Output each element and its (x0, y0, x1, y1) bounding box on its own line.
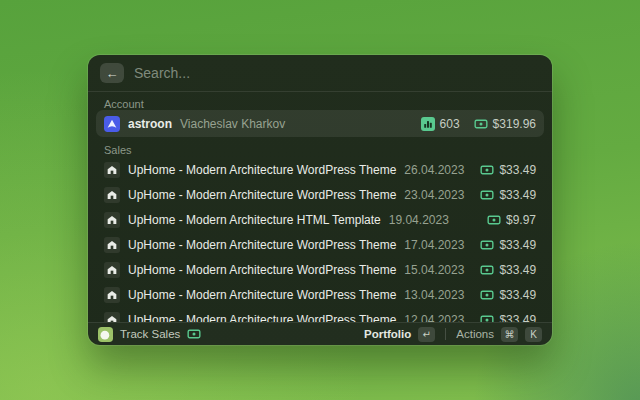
section-header-sales: Sales (88, 137, 552, 157)
product-thumbnail-icon (104, 287, 120, 303)
sale-row[interactable]: UpHome - Modern Architecture HTML Templa… (88, 207, 552, 232)
sale-row[interactable]: UpHome - Modern Architecture WordPress T… (88, 257, 552, 282)
sale-date: 17.04.2023 (404, 238, 464, 252)
cmd-key-badge: ⌘ (501, 327, 518, 342)
account-row[interactable]: astroon Viacheslav Kharkov 603 $319.96 (96, 110, 544, 137)
sale-title: UpHome - Modern Architecture HTML Templa… (128, 213, 381, 227)
sale-title: UpHome - Modern Architecture WordPress T… (128, 313, 396, 323)
product-thumbnail-icon (104, 162, 120, 178)
sale-date: 12.04.2023 (404, 313, 464, 323)
sale-title: UpHome - Modern Architecture WordPress T… (128, 238, 396, 252)
banknote-icon (474, 117, 488, 131)
actions-menu-label[interactable]: Actions (456, 328, 494, 340)
sale-date: 23.04.2023 (404, 188, 464, 202)
product-thumbnail-icon (104, 187, 120, 203)
search-input[interactable] (134, 65, 540, 81)
sales-count-stat: 603 (421, 117, 460, 131)
sale-date: 15.04.2023 (404, 263, 464, 277)
banknote-icon (480, 163, 494, 177)
footer-bar: Track Sales Portfolio ↵ Actions ⌘ K (88, 322, 552, 345)
sale-date: 26.04.2023 (404, 163, 464, 177)
sale-row[interactable]: UpHome - Modern Architecture WordPress T… (88, 157, 552, 182)
sale-date: 19.04.2023 (389, 213, 449, 227)
banknote-icon (480, 313, 494, 323)
extension-icon (98, 327, 113, 342)
enter-key-badge: ↵ (418, 327, 435, 342)
banknote-icon (480, 288, 494, 302)
bar-chart-icon (421, 117, 435, 131)
product-thumbnail-icon (104, 212, 120, 228)
footer-divider (445, 328, 446, 340)
section-header-account: Account (88, 92, 552, 110)
sale-price: $33.49 (499, 188, 536, 202)
account-owner: Viacheslav Kharkov (180, 117, 285, 131)
product-thumbnail-icon (104, 312, 120, 323)
sale-price: $9.97 (506, 213, 536, 227)
sale-price: $33.49 (499, 263, 536, 277)
sale-price: $33.49 (499, 238, 536, 252)
sale-title: UpHome - Modern Architecture WordPress T… (128, 263, 396, 277)
sale-row[interactable]: UpHome - Modern Architecture WordPress T… (88, 232, 552, 257)
banknote-icon (187, 327, 201, 341)
footer-app-name: Track Sales (120, 328, 180, 340)
sales-count-value: 603 (440, 117, 460, 131)
sale-title: UpHome - Modern Architecture WordPress T… (128, 163, 396, 177)
sale-row[interactable]: UpHome - Modern Architecture WordPress T… (88, 282, 552, 307)
sale-price: $33.49 (499, 288, 536, 302)
sale-price: $33.49 (499, 313, 536, 323)
sale-title: UpHome - Modern Architecture WordPress T… (128, 188, 396, 202)
banknote-icon (487, 213, 501, 227)
sale-row[interactable]: UpHome - Modern Architecture WordPress T… (88, 307, 552, 322)
primary-action-label[interactable]: Portfolio (364, 328, 411, 340)
product-thumbnail-icon (104, 262, 120, 278)
launcher-window: ← Account astroon Viacheslav Kharkov 603 (88, 55, 552, 345)
k-key-badge: K (525, 327, 542, 342)
search-bar: ← (88, 55, 552, 92)
back-button[interactable]: ← (100, 63, 124, 83)
sale-price: $33.49 (499, 163, 536, 177)
banknote-icon (480, 188, 494, 202)
banknote-icon (480, 263, 494, 277)
sale-title: UpHome - Modern Architecture WordPress T… (128, 288, 396, 302)
earnings-value: $319.96 (493, 117, 536, 131)
product-thumbnail-icon (104, 237, 120, 253)
arrow-left-icon: ← (106, 67, 119, 80)
banknote-icon (480, 238, 494, 252)
earnings-stat: $319.96 (474, 117, 536, 131)
results-list: Account astroon Viacheslav Kharkov 603 (88, 92, 552, 322)
astroon-logo-icon (104, 116, 120, 132)
sale-row[interactable]: UpHome - Modern Architecture WordPress T… (88, 182, 552, 207)
account-name: astroon (128, 117, 172, 131)
sale-date: 13.04.2023 (404, 288, 464, 302)
